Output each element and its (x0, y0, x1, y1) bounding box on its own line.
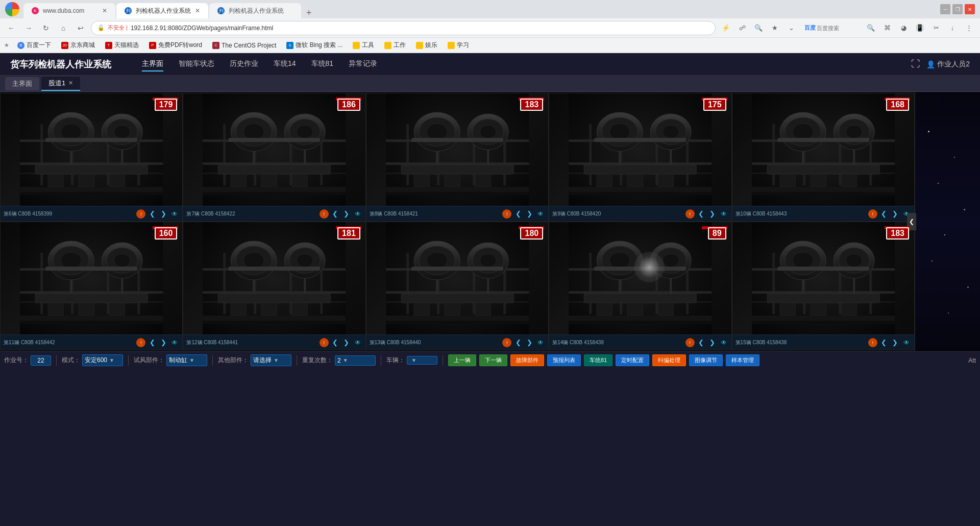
nav-right-btn-cam6[interactable]: ❯ (159, 209, 168, 219)
bookmark-learning[interactable]: 学习 (444, 40, 473, 51)
nav-right-btn-cam8[interactable]: ❯ (525, 209, 534, 219)
sample-manage-button[interactable]: 样本管理 (726, 354, 760, 366)
translate-button[interactable]: ☍ (735, 21, 749, 35)
prev-car-button[interactable]: 上一辆 (448, 354, 476, 366)
eye-btn-cam15[interactable]: 👁 (902, 338, 911, 347)
bookmark-baidu[interactable]: B 百度一下 (13, 40, 55, 51)
page-tab-track-close[interactable]: ✕ (68, 80, 73, 86)
bookmark-work[interactable]: 工作 (380, 40, 410, 51)
cut-button[interactable]: ✂ (929, 21, 943, 35)
nav-car14[interactable]: 车统14 (274, 57, 296, 71)
nav-right-btn-cam14[interactable]: ❯ (708, 338, 717, 347)
nav-left-btn-cam13[interactable]: ❮ (513, 338, 523, 347)
nav-right-btn-cam13[interactable]: ❯ (525, 338, 534, 347)
address-bar[interactable]: 🔓 不安全 | 192.168.2.91:8080/ZDGWeb/pages/m… (91, 21, 716, 35)
bookmark-jd[interactable]: JD 京东商城 (57, 40, 99, 51)
alert-btn-cam7[interactable]: ! (320, 209, 329, 219)
nav-right-btn-cam15[interactable]: ❯ (891, 338, 900, 347)
nav-right-btn-cam11[interactable]: ❯ (159, 338, 168, 347)
baidu-search[interactable]: 百度 (800, 21, 862, 35)
car-select[interactable]: ▼ (407, 356, 437, 365)
reload-button[interactable]: ↻ (39, 21, 53, 35)
eye-btn-cam7[interactable]: 👁 (353, 209, 362, 219)
new-tab-button[interactable]: + (302, 8, 316, 18)
bookmark-tools[interactable]: 工具 (349, 40, 378, 51)
test-part-select[interactable]: 制动缸 ▼ (166, 354, 207, 366)
next-car-button[interactable]: 下一辆 (479, 354, 507, 366)
nav-left-btn-cam8[interactable]: ❮ (513, 209, 523, 219)
nav-car81[interactable]: 车统81 (311, 57, 334, 71)
search-button[interactable]: 🔍 (751, 21, 766, 35)
nav-right-btn-cam9[interactable]: ❯ (708, 209, 717, 219)
nav-right-btn-cam10[interactable]: ❯ (891, 209, 900, 219)
eye-btn-cam9[interactable]: 👁 (719, 209, 728, 219)
search-magnifier[interactable]: 🔍 (864, 21, 878, 35)
expand-button[interactable]: ⌄ (784, 21, 798, 35)
timer-config-button[interactable]: 定时配置 (616, 354, 649, 366)
browser-tab-2[interactable]: 列 列检机器人作业系统 ✕ (116, 3, 208, 18)
nav-left-btn-cam6[interactable]: ❮ (148, 209, 157, 219)
fullscreen-button[interactable]: ⛶ (911, 59, 920, 69)
forward-button[interactable]: → (21, 21, 36, 35)
repeat-select[interactable]: 2 ▼ (335, 355, 376, 366)
home-button[interactable]: ⌂ (56, 21, 70, 35)
page-tab-main[interactable]: 主界面 (5, 77, 39, 90)
page-tab-track[interactable]: 股道1 ✕ (41, 77, 80, 91)
mode-select[interactable]: 安定600 ▼ (82, 354, 123, 366)
system81-button[interactable]: 车统81 (584, 354, 612, 366)
bookmark-button[interactable]: ★ (768, 21, 782, 35)
browser-tab-1[interactable]: K www.duba.com ✕ (23, 3, 115, 18)
bookmark-tmall[interactable]: T 天猫精选 (101, 40, 143, 51)
history-back-button[interactable]: ↩ (74, 21, 88, 35)
eye-btn-cam11[interactable]: 👁 (170, 338, 179, 347)
alert-btn-cam13[interactable]: ! (502, 338, 511, 347)
tab-close-2[interactable]: ✕ (195, 7, 200, 14)
report-list-button[interactable]: 预报列表 (547, 354, 581, 366)
baidu-search-input[interactable] (817, 25, 857, 31)
eye-btn-cam6[interactable]: 👁 (170, 209, 179, 219)
eye-btn-cam14[interactable]: 👁 (719, 338, 728, 347)
nav-right-btn-cam7[interactable]: ❯ (342, 209, 351, 219)
minimize-button[interactable]: ─ (940, 4, 950, 14)
alert-btn-cam9[interactable]: ! (685, 209, 695, 219)
image-adjust-button[interactable]: 图像调节 (689, 354, 723, 366)
nav-anomaly[interactable]: 异常记录 (349, 57, 377, 71)
nav-left-btn-cam10[interactable]: ❮ (879, 209, 889, 219)
more-button[interactable]: ⋮ (962, 21, 976, 35)
fault-part-button[interactable]: 故障部件 (510, 354, 544, 366)
nav-left-btn-cam11[interactable]: ❮ (148, 338, 157, 347)
bookmark-centos[interactable]: C The CentOS Project (208, 41, 280, 50)
restore-button[interactable]: ❐ (952, 4, 963, 14)
alert-btn-cam15[interactable]: ! (868, 338, 877, 347)
browser-tab-3[interactable]: 列 列检机器人作业系统 (209, 3, 301, 18)
nav-left-btn-cam9[interactable]: ❮ (697, 209, 706, 219)
close-button[interactable]: ✕ (965, 4, 975, 14)
nav-left-btn-cam15[interactable]: ❮ (879, 338, 889, 347)
alert-btn-cam10[interactable]: ! (868, 209, 877, 219)
nav-left-btn-cam12[interactable]: ❮ (331, 338, 340, 347)
badge-button[interactable]: ◕ (896, 21, 911, 35)
alert-btn-cam11[interactable]: ! (136, 338, 145, 347)
alert-btn-cam12[interactable]: ! (320, 338, 329, 347)
other-part-select[interactable]: 请选择 ▼ (251, 354, 291, 366)
eye-btn-cam8[interactable]: 👁 (536, 209, 545, 219)
auto-correct-button[interactable]: 纠偏处理 (652, 354, 686, 366)
download-button[interactable]: ↓ (945, 21, 960, 35)
nav-smart-status[interactable]: 智能车状态 (179, 57, 214, 71)
bookmark-bing[interactable]: b 微软 Bing 搜索 ... (282, 40, 347, 51)
nav-left-btn-cam7[interactable]: ❮ (331, 209, 340, 219)
nav-left-btn-cam14[interactable]: ❮ (697, 338, 706, 347)
nav-main[interactable]: 主界面 (142, 57, 163, 71)
back-button[interactable]: ← (4, 21, 18, 35)
bookmark-pdf[interactable]: P 免费PDF转word (145, 40, 206, 51)
tab-close-1[interactable]: ✕ (102, 7, 107, 14)
alert-btn-cam8[interactable]: ! (502, 209, 511, 219)
bookmark-entertainment[interactable]: 娱乐 (412, 40, 442, 51)
radio-button[interactable]: 📳 (913, 21, 927, 35)
alert-btn-cam6[interactable]: ! (136, 209, 145, 219)
nav-right-btn-cam12[interactable]: ❯ (342, 338, 351, 347)
alert-btn-cam14[interactable]: ! (685, 338, 695, 347)
eye-btn-cam12[interactable]: 👁 (353, 338, 362, 347)
eye-btn-cam13[interactable]: 👁 (536, 338, 545, 347)
lightning-button[interactable]: ⚡ (719, 21, 733, 35)
